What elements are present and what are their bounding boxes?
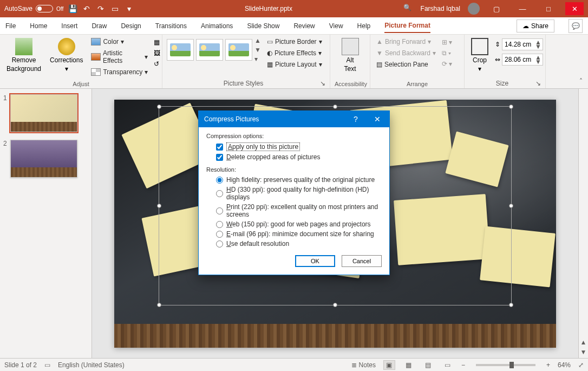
ribbon-display-icon[interactable]: ▢ [487, 2, 506, 15]
handle-w[interactable] [157, 204, 161, 208]
zoom-out-icon[interactable]: − [461, 361, 465, 369]
normal-view-icon[interactable]: ▣ [383, 360, 395, 370]
search-icon[interactable]: 🔍 [403, 4, 413, 14]
color-button[interactable]: Color ▾ [89, 37, 149, 47]
bring-forward-button[interactable]: ▲ Bring Forward ▾ [375, 37, 437, 47]
thumb-row-2[interactable]: 2 [3, 140, 88, 178]
dialog-titlebar[interactable]: Compress Pictures ? ✕ [199, 111, 389, 127]
fit-to-window-icon[interactable]: ⤢ [578, 361, 584, 369]
resolution-hd-radio[interactable] [216, 190, 223, 197]
resolution-hd-row[interactable]: HD (330 ppi): good quality for high-defi… [206, 185, 382, 202]
tab-review[interactable]: Review [293, 19, 315, 32]
prev-slide-icon[interactable]: ▲ [580, 339, 587, 346]
send-backward-button[interactable]: ▼ Send Backward ▾ [375, 48, 437, 58]
handle-se[interactable] [509, 303, 513, 307]
comments-button[interactable]: 💬 [569, 19, 583, 33]
tab-home[interactable]: Home [30, 19, 47, 32]
alt-text-button[interactable]: Alt Text [339, 37, 361, 74]
change-picture-icon[interactable]: 🖼 [154, 49, 160, 57]
apply-only-checkbox-row[interactable]: Apply only to this picture [206, 141, 382, 152]
redo-icon[interactable]: ↷ [96, 4, 106, 14]
resolution-print-radio[interactable] [216, 207, 223, 214]
styles-expand[interactable]: ▾ [254, 55, 261, 63]
selection-pane-button[interactable]: ▤ Selection Pane [375, 60, 437, 69]
vertical-scrollbar[interactable]: ▲ ▼ [578, 89, 588, 358]
slide-thumbnail-2[interactable] [10, 140, 77, 178]
slide-thumbnails-panel[interactable]: 1 2 [0, 89, 92, 358]
cancel-button[interactable]: Cancel [342, 255, 382, 267]
height-input[interactable] [502, 41, 534, 48]
picture-style-2[interactable] [196, 39, 223, 61]
slide-indicator[interactable]: Slide 1 of 2 [4, 361, 37, 369]
tab-slideshow[interactable]: Slide Show [247, 19, 279, 32]
maximize-icon[interactable]: □ [539, 2, 558, 15]
tab-animations[interactable]: Animations [201, 19, 233, 32]
width-field[interactable]: ▲▼ [502, 54, 543, 66]
compress-pictures-icon[interactable]: ▦ [154, 38, 160, 46]
dialog-help-icon[interactable]: ? [345, 111, 367, 127]
handle-e[interactable] [509, 204, 513, 208]
tab-view[interactable]: View [329, 19, 343, 32]
size-launcher-icon[interactable]: ↘ [535, 80, 541, 87]
artistic-effects-button[interactable]: Artistic Effects ▾ [89, 48, 149, 66]
transparency-button[interactable]: Transparency ▾ [89, 67, 149, 77]
rotate-button[interactable]: ⟳ ▾ [442, 60, 452, 68]
height-down[interactable]: ▼ [535, 44, 541, 49]
ok-button[interactable]: OK [295, 255, 335, 267]
align-button[interactable]: ⊞ ▾ [442, 38, 452, 46]
notes-button[interactable]: ≣ Notes [351, 361, 376, 369]
handle-nw[interactable] [157, 105, 161, 109]
resolution-email-radio[interactable] [216, 231, 223, 238]
avatar[interactable] [468, 3, 480, 15]
present-from-beginning-icon[interactable]: ▭ [110, 4, 120, 14]
reset-picture-icon[interactable]: ↺ [154, 60, 160, 68]
close-icon[interactable]: ✕ [565, 2, 584, 15]
tab-draw[interactable]: Draw [92, 19, 107, 32]
slideshow-view-icon[interactable]: ▭ [442, 360, 454, 370]
share-button[interactable]: ☁ Share [517, 19, 554, 32]
styles-scroll-up[interactable]: ▲ [254, 37, 261, 44]
picture-style-3[interactable] [225, 39, 252, 61]
handle-ne[interactable] [509, 105, 513, 109]
picture-effects-button[interactable]: ◐ Picture Effects ▾ [265, 48, 324, 58]
styles-scroll-down[interactable]: ▼ [254, 46, 261, 54]
crop-button[interactable]: Crop ▾ [469, 37, 491, 74]
picture-border-button[interactable]: ▭ Picture Border ▾ [265, 37, 324, 47]
width-down[interactable]: ▼ [535, 60, 541, 64]
collapse-ribbon-icon[interactable]: ˄ [579, 77, 583, 85]
resolution-hifi-row[interactable]: High fidelity: preserves quality of the … [206, 175, 382, 185]
picture-layout-button[interactable]: ▦ Picture Layout ▾ [265, 60, 324, 69]
handle-sw[interactable] [157, 303, 161, 307]
save-icon[interactable]: 💾 [68, 4, 77, 14]
thumb-row-1[interactable]: 1 [3, 94, 88, 132]
remove-background-button[interactable]: Remove Background [4, 37, 43, 74]
apply-only-checkbox[interactable] [216, 144, 223, 151]
quick-access-more-icon[interactable]: ▾ [124, 4, 134, 14]
handle-n[interactable] [333, 105, 337, 109]
reading-view-icon[interactable]: ▤ [422, 360, 434, 370]
zoom-in-icon[interactable]: + [546, 361, 550, 369]
autosave-toggle[interactable]: AutoSave Off [4, 5, 63, 12]
picture-style-1[interactable] [167, 39, 194, 61]
dialog-close-icon[interactable]: ✕ [367, 111, 388, 127]
resolution-default-radio[interactable] [216, 240, 223, 248]
tab-picture-format[interactable]: Picture Format [384, 19, 430, 33]
tab-insert[interactable]: Insert [61, 19, 77, 32]
resolution-print-row[interactable]: Print (220 ppi): excellent quality on mo… [206, 202, 382, 219]
styles-launcher-icon[interactable]: ↘ [320, 80, 325, 87]
tab-transitions[interactable]: Transitions [155, 19, 187, 32]
resolution-web-row[interactable]: Web (150 ppi): good for web pages and pr… [206, 219, 382, 229]
handle-s[interactable] [333, 303, 337, 307]
tab-design[interactable]: Design [121, 19, 141, 32]
height-field[interactable]: ▲▼ [502, 38, 543, 50]
slide-thumbnail-1[interactable] [10, 94, 77, 132]
slide-sorter-view-icon[interactable]: ▦ [403, 360, 415, 370]
group-button[interactable]: ⧉ ▾ [442, 49, 452, 57]
resolution-email-row[interactable]: E-mail (96 ppi): minimize document size … [206, 229, 382, 239]
minimize-icon[interactable]: — [513, 2, 532, 15]
corrections-button[interactable]: Corrections ▾ [48, 37, 85, 74]
user-name[interactable]: Farshad Iqbal [421, 5, 460, 12]
undo-icon[interactable]: ↶ [82, 4, 92, 14]
resolution-default-row[interactable]: Use default resolution [206, 239, 382, 249]
zoom-thumb[interactable] [509, 362, 514, 368]
